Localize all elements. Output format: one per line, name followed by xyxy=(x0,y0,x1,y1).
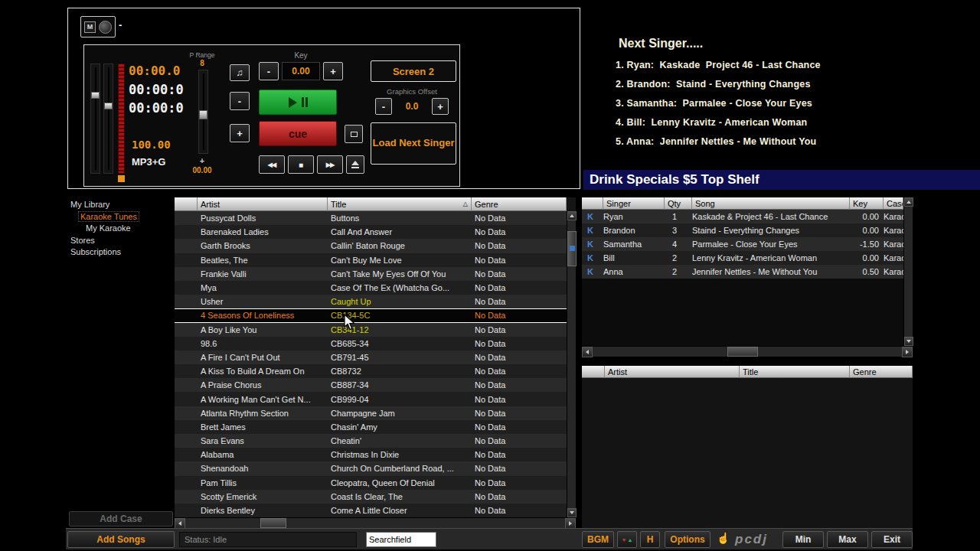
queue-horizontal-scrollbar[interactable] xyxy=(582,346,913,357)
volume-knob[interactable] xyxy=(99,21,112,34)
load-next-singer-button[interactable]: Load Next Singer xyxy=(371,122,456,165)
secondary-header-artist[interactable]: Artist xyxy=(605,366,740,378)
sidebar-item-my-library[interactable]: My Library xyxy=(70,200,109,209)
crossfade-arrows-button[interactable]: ▼▲ xyxy=(617,531,637,548)
table-row[interactable]: A Fire I Can't Put Out CB791-45 No Data xyxy=(175,350,567,364)
options-button[interactable]: Options xyxy=(665,531,710,548)
rewind-button[interactable]: ◀◀ xyxy=(259,155,285,174)
table-row[interactable]: Pam Tillis Cleopatra, Queen Of Denial No… xyxy=(175,476,567,490)
maximize-button[interactable]: Max xyxy=(827,531,868,548)
library-header-artist[interactable]: Artist xyxy=(198,197,328,211)
table-row[interactable]: Dierks Bentley Come A Little Closer No D… xyxy=(175,504,567,517)
secondary-header-genre[interactable]: Genre xyxy=(850,366,913,378)
screen2-button[interactable]: Screen 2 xyxy=(371,60,456,82)
library-horizontal-scrollbar[interactable] xyxy=(175,517,576,528)
sidebar-item-karaoke-tunes[interactable]: Karaoke Tunes xyxy=(78,211,139,222)
artist-cell: Garth Brooks xyxy=(198,241,328,250)
pitch-plus-button[interactable]: + xyxy=(230,124,250,142)
table-row[interactable]: Beatles, The Can't Buy Me Love No Data xyxy=(175,253,567,267)
table-row[interactable]: Scotty Emerick Coast Is Clear, The No Da… xyxy=(175,490,567,504)
volume-fader[interactable] xyxy=(103,64,113,174)
queue-vertical-scrollbar[interactable] xyxy=(903,197,913,346)
table-row[interactable]: Shenandoah Church On Cumberland Road, ..… xyxy=(175,461,567,475)
slider-handle[interactable] xyxy=(199,110,207,119)
queue-row[interactable]: K Ryan 1 Kaskade & Project 46 - Last Cha… xyxy=(582,210,903,223)
table-row[interactable]: Barenaked Ladies Call And Answer No Data xyxy=(175,225,567,239)
library-header-genre[interactable]: Genre xyxy=(472,197,567,211)
graphics-offset-plus-button[interactable]: + xyxy=(432,98,449,115)
mute-button[interactable]: M xyxy=(84,21,96,33)
add-songs-button[interactable]: Add Songs xyxy=(67,531,175,548)
key-label: Key xyxy=(259,51,343,60)
queue-row[interactable]: K Samantha 4 Parmalee - Close Your Eyes … xyxy=(582,237,903,251)
library-header-title[interactable]: Title △ xyxy=(328,197,472,211)
cue-button[interactable]: cue xyxy=(259,121,337,146)
table-row[interactable]: Usher Caught Up No Data xyxy=(175,295,567,308)
pitch-range-slider[interactable] xyxy=(198,70,208,154)
table-row[interactable]: 4 Seasons Of Loneliness CB134-5C No Data xyxy=(175,308,567,322)
graphics-offset-minus-button[interactable]: - xyxy=(375,98,392,115)
exit-button[interactable]: Exit xyxy=(871,531,913,548)
fader-handle[interactable] xyxy=(104,103,113,109)
pitch-fader[interactable] xyxy=(90,64,100,174)
table-row[interactable]: A Boy Like You CB341-12 No Data xyxy=(175,323,567,337)
cdg-display-button[interactable] xyxy=(345,125,363,143)
search-input[interactable] xyxy=(366,532,436,547)
stop-button[interactable]: ■ xyxy=(288,155,314,174)
artist-cell: Frankie Valli xyxy=(198,269,328,279)
queue-row[interactable]: K Bill 2 Lenny Kravitz - American Woman … xyxy=(582,251,903,265)
pitch-range-plus[interactable]: + xyxy=(185,156,219,165)
table-row[interactable]: Pussycat Dolls Buttons No Data xyxy=(175,211,567,225)
scroll-down-arrow[interactable] xyxy=(904,337,913,346)
queue-row[interactable]: K Brandon 3 Staind - Everything Changes … xyxy=(582,223,903,237)
scrollbar-thumb[interactable] xyxy=(727,347,758,357)
queue-header-qty[interactable]: Qty xyxy=(665,197,692,210)
minimize-button[interactable]: Min xyxy=(782,531,824,548)
table-row[interactable]: Brett James Chasin' Amy No Data xyxy=(175,420,567,434)
key-minus-button[interactable]: - xyxy=(259,62,279,80)
library-table: Artist Title △ Genre Pussycat Dolls Butt… xyxy=(175,197,576,528)
table-row[interactable]: 98.6 CB685-34 No Data xyxy=(175,337,567,350)
pitch-minus-button[interactable]: - xyxy=(230,92,250,110)
table-row[interactable]: Garth Brooks Callin' Baton Rouge No Data xyxy=(175,239,567,253)
sidebar-item-stores[interactable]: Stores xyxy=(70,236,95,245)
music-note-button[interactable]: ♫ xyxy=(230,64,250,81)
queue-header-key[interactable]: Key xyxy=(850,197,884,210)
table-row[interactable]: A Praise Chorus CB887-34 No Data xyxy=(175,378,567,392)
table-row[interactable]: Frankie Valli Can't Take My Eyes Off Of … xyxy=(175,267,567,281)
secondary-header-title[interactable]: Title xyxy=(740,366,850,378)
table-row[interactable]: A Kiss To Build A Dream On CB8732 No Dat… xyxy=(175,364,567,378)
scrollbar-thumb[interactable] xyxy=(567,231,577,266)
fast-forward-button[interactable]: ▶▶ xyxy=(317,155,343,174)
sidebar-item-my-karaoke[interactable]: My Karaoke xyxy=(86,223,131,233)
queue-header-song[interactable]: Song xyxy=(692,197,850,210)
scroll-down-arrow[interactable] xyxy=(567,508,577,517)
scrollbar-thumb[interactable] xyxy=(260,518,286,528)
play-pause-button[interactable] xyxy=(259,90,337,115)
queue-header-case[interactable]: Case xyxy=(884,197,903,210)
eject-button[interactable] xyxy=(346,155,364,174)
table-row[interactable]: Atlanta Rhythm Section Champagne Jam No … xyxy=(175,406,567,420)
queue-header-singer[interactable]: Singer xyxy=(603,197,665,210)
scroll-right-arrow[interactable] xyxy=(902,347,913,357)
scroll-up-arrow[interactable] xyxy=(904,197,913,207)
scroll-right-arrow[interactable] xyxy=(565,518,576,529)
sidebar-item-subscriptions[interactable]: Subscriptions xyxy=(70,247,121,256)
table-row[interactable]: Sara Evans Cheatin' No Data xyxy=(175,434,567,448)
scroll-left-arrow[interactable] xyxy=(175,518,185,529)
table-row[interactable]: A Working Man Can't Get N... CB999-04 No… xyxy=(175,392,567,406)
fader-handle[interactable] xyxy=(91,92,100,99)
scroll-up-arrow[interactable] xyxy=(567,211,577,220)
genre-cell: No Data xyxy=(472,269,567,279)
queue-row[interactable]: K Anna 2 Jennifer Nettles - Me Without Y… xyxy=(582,265,903,279)
table-row[interactable]: Alabama Christmas In Dixie No Data xyxy=(175,448,567,461)
bgm-button[interactable]: BGM xyxy=(582,531,614,548)
library-vertical-scrollbar[interactable] xyxy=(567,211,576,517)
history-button[interactable]: H xyxy=(640,531,660,548)
status-readout: Status: Idle xyxy=(179,532,357,547)
scroll-left-arrow[interactable] xyxy=(582,347,593,357)
add-case-button[interactable]: Add Case xyxy=(69,511,173,527)
artist-cell: Pam Tillis xyxy=(198,478,328,487)
key-plus-button[interactable]: + xyxy=(323,62,343,80)
table-row[interactable]: Mya Case Of The Ex (Whatcha Go... No Dat… xyxy=(175,281,567,295)
